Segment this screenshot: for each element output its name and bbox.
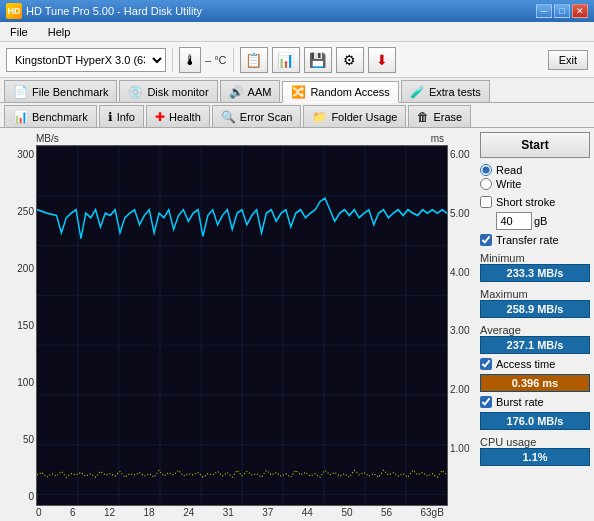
x-axis: 0 6 12 18 24 31 37 44 50 56 63gB (4, 506, 476, 519)
tab-file-benchmark-label: File Benchmark (32, 86, 108, 98)
tab-file-benchmark[interactable]: 📄 File Benchmark (4, 80, 117, 102)
tab-extra-tests[interactable]: 🧪 Extra tests (401, 80, 490, 102)
toolbar-separator (172, 48, 173, 72)
short-stroke-input[interactable] (480, 196, 492, 208)
file-benchmark-icon: 📄 (13, 85, 28, 99)
access-time-label: Access time (496, 358, 555, 370)
y-axis-right-label: ms (431, 133, 444, 144)
tab-erase-label: Erase (433, 111, 462, 123)
tabs-row2: 📊 Benchmark ℹ Info ✚ Health 🔍 Error Scan… (0, 103, 594, 128)
tab-error-scan-label: Error Scan (240, 111, 293, 123)
tab-health-label: Health (169, 111, 201, 123)
temperature-icon: 🌡 (179, 47, 201, 73)
toolbar-btn-5[interactable]: ⬇ (368, 47, 396, 73)
maximum-label: Maximum (480, 288, 528, 300)
disk-monitor-icon: 💿 (128, 85, 143, 99)
info-icon: ℹ (108, 110, 113, 124)
transfer-rate-checkbox[interactable]: Transfer rate (480, 234, 590, 246)
radio-read-input[interactable] (480, 164, 492, 176)
temperature-display: – °C (205, 54, 227, 66)
minimum-value: 233.3 MB/s (480, 264, 590, 282)
radio-write[interactable]: Write (480, 178, 590, 190)
access-time-input[interactable] (480, 358, 492, 370)
right-panel: Start Read Write Short stroke gB Transfe… (480, 132, 590, 519)
tab-random-access-label: Random Access (310, 86, 389, 98)
maximize-button[interactable]: □ (554, 4, 570, 18)
tab-disk-monitor-label: Disk monitor (147, 86, 208, 98)
start-button[interactable]: Start (480, 132, 590, 158)
chart-area (36, 145, 448, 506)
toolbar-btn-4[interactable]: ⚙ (336, 47, 364, 73)
tab-folder-usage[interactable]: 📁 Folder Usage (303, 105, 406, 127)
radio-write-input[interactable] (480, 178, 492, 190)
toolbar-btn-2[interactable]: 📊 (272, 47, 300, 73)
y-axis-left: 300 250 200 150 100 50 0 (4, 145, 36, 506)
cpu-usage-value: 1.1% (480, 448, 590, 466)
short-stroke-checkbox[interactable]: Short stroke (480, 196, 590, 208)
random-access-icon: 🔀 (291, 85, 306, 99)
tab-folder-usage-label: Folder Usage (331, 111, 397, 123)
tab-benchmark[interactable]: 📊 Benchmark (4, 105, 97, 127)
burst-rate-label: Burst rate (496, 396, 544, 408)
window-title: HD Tune Pro 5.00 - Hard Disk Utility (26, 5, 202, 17)
tab-info-label: Info (117, 111, 135, 123)
y-axis-left-label: MB/s (36, 133, 59, 144)
folder-usage-icon: 📁 (312, 110, 327, 124)
stat-cpu: CPU usage 1.1% (480, 434, 590, 466)
menu-bar: File Help (0, 22, 594, 42)
minimum-label: Minimum (480, 252, 525, 264)
benchmark-icon: 📊 (13, 110, 28, 124)
short-stroke-label: Short stroke (496, 196, 555, 208)
radio-group: Read Write (480, 162, 590, 192)
chart-inner: 300 250 200 150 100 50 0 (4, 145, 476, 506)
extra-tests-icon: 🧪 (410, 85, 425, 99)
toolbar-btn-1[interactable]: 📋 (240, 47, 268, 73)
transfer-rate-input[interactable] (480, 234, 492, 246)
stat-minimum: Minimum 233.3 MB/s (480, 250, 590, 282)
tab-random-access[interactable]: 🔀 Random Access (282, 81, 398, 103)
tab-health[interactable]: ✚ Health (146, 105, 210, 127)
stroke-value-input[interactable] (496, 212, 532, 230)
tab-disk-monitor[interactable]: 💿 Disk monitor (119, 80, 217, 102)
tab-aam[interactable]: 🔊 AAM (220, 80, 281, 102)
axis-labels-top: MB/s ms (4, 132, 476, 145)
radio-read-label: Read (496, 164, 522, 176)
chart-wrapper: MB/s ms 300 250 200 150 100 50 0 (4, 132, 476, 519)
burst-rate-value: 176.0 MB/s (480, 412, 590, 430)
stat-maximum: Maximum 258.9 MB/s (480, 286, 590, 318)
stroke-unit: gB (534, 215, 547, 227)
main-content: MB/s ms 300 250 200 150 100 50 0 (0, 128, 594, 521)
access-time-value: 0.396 ms (480, 374, 590, 392)
maximum-value: 258.9 MB/s (480, 300, 590, 318)
cpu-usage-label: CPU usage (480, 436, 536, 448)
health-icon: ✚ (155, 110, 165, 124)
tab-erase[interactable]: 🗑 Erase (408, 105, 471, 127)
tab-benchmark-label: Benchmark (32, 111, 88, 123)
toolbar: KingstonDT HyperX 3.0 (63 gB) 🌡 – °C 📋 📊… (0, 42, 594, 78)
toolbar-separator2 (233, 48, 234, 72)
tabs-row1: 📄 File Benchmark 💿 Disk monitor 🔊 AAM 🔀 … (0, 78, 594, 103)
minimize-button[interactable]: ─ (536, 4, 552, 18)
tab-error-scan[interactable]: 🔍 Error Scan (212, 105, 302, 127)
drive-select[interactable]: KingstonDT HyperX 3.0 (63 gB) (6, 48, 166, 72)
exit-button[interactable]: Exit (548, 50, 588, 70)
transfer-rate-label: Transfer rate (496, 234, 559, 246)
toolbar-btn-3[interactable]: 💾 (304, 47, 332, 73)
tab-aam-label: AAM (248, 86, 272, 98)
error-scan-icon: 🔍 (221, 110, 236, 124)
app-icon: HD (6, 3, 22, 19)
menu-file[interactable]: File (4, 25, 34, 39)
aam-icon: 🔊 (229, 85, 244, 99)
menu-help[interactable]: Help (42, 25, 77, 39)
burst-rate-checkbox[interactable]: Burst rate (480, 396, 590, 408)
average-label: Average (480, 324, 521, 336)
radio-read[interactable]: Read (480, 164, 590, 176)
tab-extra-tests-label: Extra tests (429, 86, 481, 98)
chart-svg (37, 146, 447, 505)
burst-rate-input[interactable] (480, 396, 492, 408)
y-axis-right: 6.00 5.00 4.00 3.00 2.00 1.00 (448, 145, 476, 506)
access-time-checkbox[interactable]: Access time (480, 358, 590, 370)
radio-write-label: Write (496, 178, 521, 190)
close-button[interactable]: ✕ (572, 4, 588, 18)
tab-info[interactable]: ℹ Info (99, 105, 144, 127)
